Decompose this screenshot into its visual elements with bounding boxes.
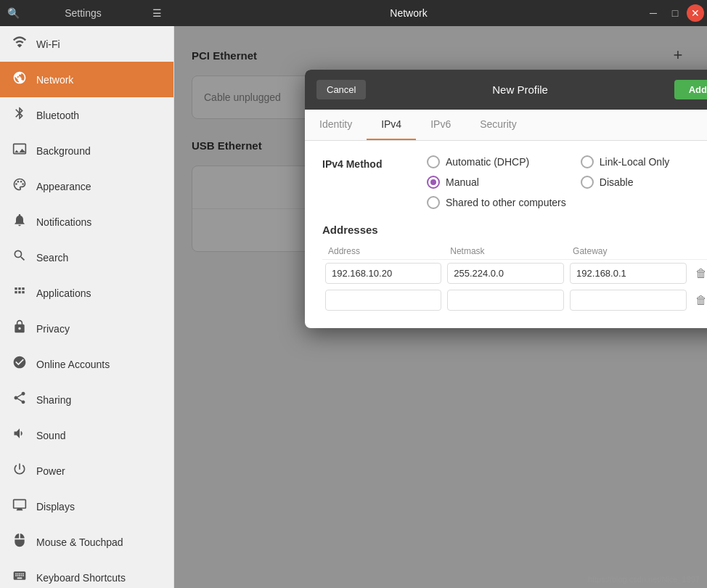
ipv4-method-label: IPv4 Method [322,155,409,170]
radio-link-local[interactable]: Link-Local Only [581,155,670,168]
svg-point-3 [20,181,23,183]
sidebar-label-appearance: Appearance [36,181,91,192]
netmask-input-1[interactable] [447,290,564,311]
dialog-title: New Profile [492,83,548,96]
sidebar-item-background[interactable]: Background [0,133,173,168]
sidebar-item-mouse[interactable]: Mouse & Touchpad [0,524,173,560]
sidebar-item-online-accounts[interactable]: Online Accounts [0,346,173,382]
svg-point-1 [15,183,17,185]
radio-label-automatic: Automatic (DHCP) [446,156,529,168]
titlebar-left: 🔍 Settings ☰ [0,3,174,23]
sidebar-label-mouse: Mouse & Touchpad [36,536,123,548]
addresses-label: Addresses [322,224,707,236]
col-netmask: Netmask [444,243,567,260]
sidebar-item-privacy[interactable]: Privacy [0,311,173,346]
address-input-1[interactable] [325,290,441,311]
dialog-add-button[interactable]: Add [674,80,707,99]
addresses-thead: Address Netmask Gateway [322,243,707,260]
delete-row-1-button[interactable]: 🗑 [692,291,707,310]
close-button[interactable]: ✕ [687,4,704,22]
radio-label-link-local: Link-Local Only [600,156,670,168]
sidebar: Wi-Fi Network Bluetooth Background Appea… [0,26,174,588]
svg-point-2 [17,181,20,183]
sidebar-item-sound[interactable]: Sound [0,417,173,453]
dialog-tabs: Identity IPv4 IPv6 Security [305,110,707,141]
radio-circle-automatic [427,155,440,168]
sidebar-label-search: Search [36,252,68,264]
radio-circle-shared [427,196,440,209]
sharing-icon [12,391,28,409]
addresses-header-row: Address Netmask Gateway [322,243,707,260]
applications-icon [12,284,28,302]
search-sidebar-icon [12,248,28,266]
search-icon: 🔍 [7,7,20,19]
menu-button[interactable]: ☰ [147,3,167,23]
gateway-cell-1 [567,287,690,314]
addresses-section: Addresses Address Netmask Gateway [322,224,707,314]
sidebar-item-displays[interactable]: Displays [0,489,173,524]
sidebar-item-power[interactable]: Power [0,453,173,489]
address-cell-1 [322,287,444,314]
online-accounts-icon [12,355,28,373]
delete-cell-1: 🗑 [690,287,707,314]
radio-label-shared: Shared to other computers [446,197,566,208]
address-input-0[interactable] [325,263,441,284]
delete-cell-0: 🗑 [690,260,707,287]
radio-right-column: Link-Local Only Disable [581,155,670,209]
radio-shared[interactable]: Shared to other computers [427,196,566,209]
radio-disable[interactable]: Disable [581,176,670,189]
sidebar-item-applications[interactable]: Applications [0,275,173,311]
gateway-input-1[interactable] [570,290,687,311]
sidebar-item-sharing[interactable]: Sharing [0,382,173,417]
sound-icon [12,426,28,444]
sidebar-label-notifications: Notifications [36,216,91,228]
sidebar-label-keyboard: Keyboard Shortcuts [36,572,126,584]
tab-identity[interactable]: Identity [305,110,367,140]
bluetooth-icon [12,106,28,124]
sidebar-item-search[interactable]: Search [0,240,173,275]
displays-icon [12,497,28,515]
sidebar-item-appearance[interactable]: Appearance [0,168,173,204]
radio-label-manual: Manual [446,176,479,188]
radio-inner-manual [430,179,436,185]
tab-ipv4[interactable]: IPv4 [367,110,416,140]
tab-ipv6[interactable]: IPv6 [416,110,465,140]
sidebar-label-online-accounts: Online Accounts [36,359,110,370]
sidebar-item-wifi[interactable]: Wi-Fi [0,26,173,62]
privacy-icon [12,319,28,338]
delete-row-0-button[interactable]: 🗑 [692,264,707,283]
col-actions [690,243,707,260]
window-title: Network [390,7,427,19]
radio-circle-link-local [581,155,594,168]
main-layout: Wi-Fi Network Bluetooth Background Appea… [0,26,707,588]
sidebar-label-sharing: Sharing [36,394,71,406]
tab-security[interactable]: Security [465,110,531,140]
window-controls: ─ □ ✕ [643,3,707,23]
sidebar-label-wifi: Wi-Fi [36,38,60,50]
background-icon [12,142,28,160]
ipv4-method-options: Automatic (DHCP) Manual [427,155,707,209]
radio-manual[interactable]: Manual [427,176,566,189]
minimize-button[interactable]: ─ [643,3,663,23]
maximize-button[interactable]: □ [665,3,685,23]
radio-label-disable: Disable [600,176,634,188]
app-title: Settings [25,7,141,19]
gateway-cell-0 [567,260,690,287]
sidebar-label-network: Network [36,74,73,86]
new-profile-dialog: Cancel New Profile Add Identity IPv4 IPv… [305,70,707,328]
sidebar-label-privacy: Privacy [36,323,70,335]
radio-automatic-dhcp[interactable]: Automatic (DHCP) [427,155,566,168]
address-cell-0 [322,260,444,287]
netmask-input-0[interactable] [447,263,564,284]
sidebar-item-notifications[interactable]: Notifications [0,204,173,240]
sidebar-label-displays: Displays [36,501,75,513]
notifications-icon [12,213,28,231]
sidebar-item-bluetooth[interactable]: Bluetooth [0,97,173,133]
sidebar-item-keyboard[interactable]: Keyboard Shortcuts [0,560,173,588]
ipv4-method-row: IPv4 Method Automatic (DHCP) [322,155,707,209]
dialog-cancel-button[interactable]: Cancel [316,80,366,99]
radio-circle-disable [581,176,594,189]
gateway-input-0[interactable] [570,263,687,284]
sidebar-label-applications: Applications [36,287,91,299]
sidebar-item-network[interactable]: Network [0,62,173,97]
